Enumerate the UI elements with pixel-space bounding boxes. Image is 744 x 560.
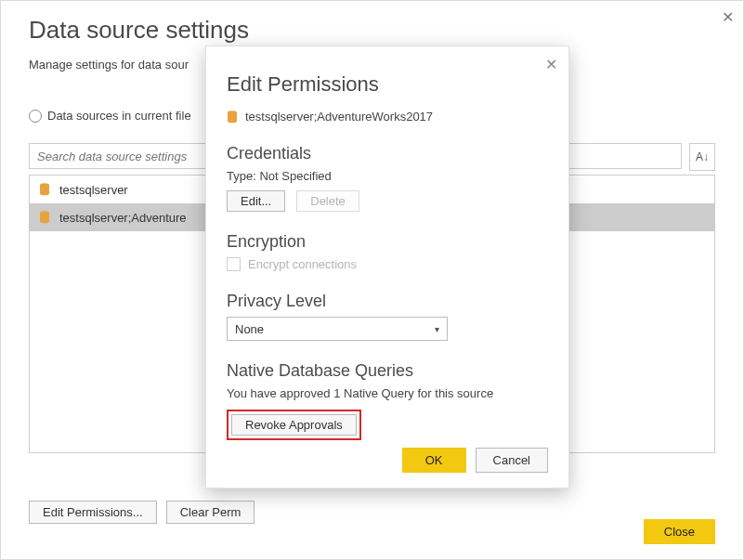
credentials-button-row: Edit... Delete (227, 190, 548, 212)
scope-radio-label[interactable]: Data sources in current file (47, 109, 191, 123)
encrypt-connections-label: Encrypt connections (248, 257, 357, 271)
credentials-heading: Credentials (227, 144, 548, 163)
sort-az-icon: A↓ (696, 150, 709, 163)
database-icon (39, 211, 50, 224)
list-item-label: testsqlserver;Adventure (59, 211, 187, 225)
sort-button[interactable]: A↓ (689, 143, 715, 171)
privacy-level-value: None (235, 322, 264, 336)
ok-button[interactable]: OK (402, 448, 466, 473)
credentials-delete-button: Delete (296, 190, 359, 212)
close-icon[interactable]: ✕ (545, 56, 557, 73)
edit-permissions-button[interactable]: Edit Permissions... (29, 501, 157, 524)
privacy-level-select[interactable]: None ▾ (227, 317, 448, 341)
list-item-label: testsqlserver (59, 183, 128, 197)
edit-permissions-dialog: ✕ Edit Permissions testsqlserver;Adventu… (205, 46, 569, 488)
revoke-highlight: Revoke Approvals (227, 410, 361, 440)
native-queries-heading: Native Database Queries (227, 361, 548, 381)
data-source-settings-dialog: ✕ Data source settings Manage settings f… (0, 0, 744, 560)
bottom-button-row: Edit Permissions... Clear Perm (29, 501, 255, 524)
close-icon[interactable]: ✕ (722, 8, 734, 26)
native-queries-text: You have approved 1 Native Query for thi… (227, 386, 548, 400)
privacy-heading: Privacy Level (227, 292, 548, 311)
datasource-line: testsqlserver;AdventureWorks2017 (227, 110, 548, 124)
chevron-down-icon: ▾ (435, 324, 439, 334)
credentials-type: Type: Not Specified (227, 169, 548, 183)
page-title: Data source settings (29, 16, 715, 45)
credentials-edit-button[interactable]: Edit... (227, 190, 285, 212)
checkbox-icon (227, 257, 241, 271)
modal-title: Edit Permissions (227, 72, 548, 97)
revoke-approvals-button[interactable]: Revoke Approvals (231, 414, 357, 436)
radio-icon[interactable] (29, 110, 42, 123)
database-icon (39, 183, 50, 196)
encryption-heading: Encryption (227, 232, 548, 252)
close-button[interactable]: Close (644, 519, 715, 544)
database-icon (227, 111, 238, 124)
cancel-button[interactable]: Cancel (476, 448, 548, 473)
encrypt-connections-row: Encrypt connections (227, 257, 548, 271)
modal-footer: OK Cancel (402, 448, 548, 473)
clear-permissions-button[interactable]: Clear Perm (166, 501, 255, 524)
datasource-name: testsqlserver;AdventureWorks2017 (245, 110, 433, 124)
